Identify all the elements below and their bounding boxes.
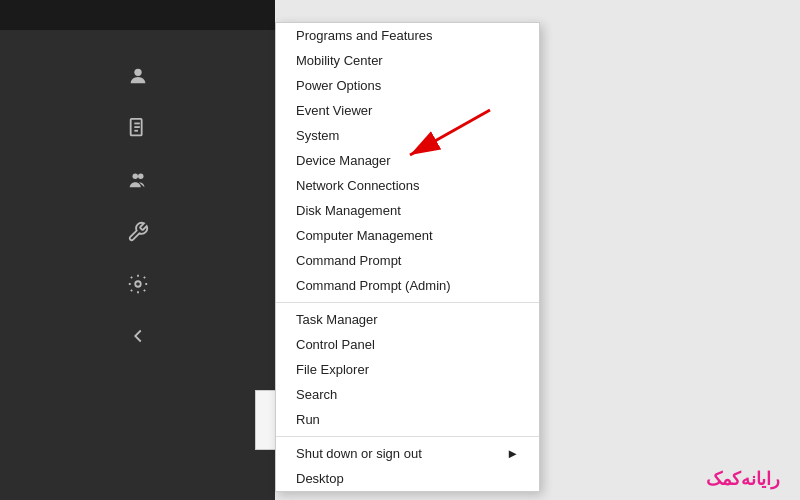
- context-menu: Programs and FeaturesMobility CenterPowe…: [275, 22, 540, 492]
- menu-item-command-prompt[interactable]: Command Prompt: [276, 248, 539, 273]
- menu-item-label-shut-down: Shut down or sign out: [296, 446, 422, 461]
- menu-item-disk-management[interactable]: Disk Management: [276, 198, 539, 223]
- menu-item-shut-down[interactable]: Shut down or sign out►: [276, 441, 539, 466]
- menu-item-event-viewer[interactable]: Event Viewer: [276, 98, 539, 123]
- svg-point-5: [132, 174, 138, 180]
- menu-divider: [276, 436, 539, 437]
- menu-item-task-manager[interactable]: Task Manager: [276, 307, 539, 332]
- settings-icon[interactable]: [118, 264, 158, 304]
- svg-point-6: [138, 174, 144, 180]
- svg-point-7: [135, 281, 141, 287]
- start-area: [0, 0, 275, 30]
- wrench-icon[interactable]: [118, 212, 158, 252]
- menu-item-computer-management[interactable]: Computer Management: [276, 223, 539, 248]
- document-icon[interactable]: [118, 108, 158, 148]
- menu-item-system[interactable]: System: [276, 123, 539, 148]
- svg-point-0: [134, 69, 141, 76]
- menu-item-network-connections[interactable]: Network Connections: [276, 173, 539, 198]
- menu-item-programs-features[interactable]: Programs and Features: [276, 23, 539, 48]
- menu-item-desktop[interactable]: Desktop: [276, 466, 539, 491]
- submenu-arrow-icon: ►: [506, 446, 519, 461]
- menu-item-command-prompt-admin[interactable]: Command Prompt (Admin): [276, 273, 539, 298]
- menu-item-control-panel[interactable]: Control Panel: [276, 332, 539, 357]
- menu-divider: [276, 302, 539, 303]
- left-arrow-icon[interactable]: [118, 316, 158, 356]
- user-icon[interactable]: [118, 56, 158, 96]
- people-icon[interactable]: [118, 160, 158, 200]
- menu-item-run[interactable]: Run: [276, 407, 539, 432]
- sidebar: [0, 0, 275, 500]
- menu-item-mobility-center[interactable]: Mobility Center: [276, 48, 539, 73]
- menu-item-device-manager[interactable]: Device Manager: [276, 148, 539, 173]
- watermark: رایانه‌کمک: [706, 468, 780, 490]
- menu-item-power-options[interactable]: Power Options: [276, 73, 539, 98]
- menu-item-search[interactable]: Search: [276, 382, 539, 407]
- menu-item-file-explorer[interactable]: File Explorer: [276, 357, 539, 382]
